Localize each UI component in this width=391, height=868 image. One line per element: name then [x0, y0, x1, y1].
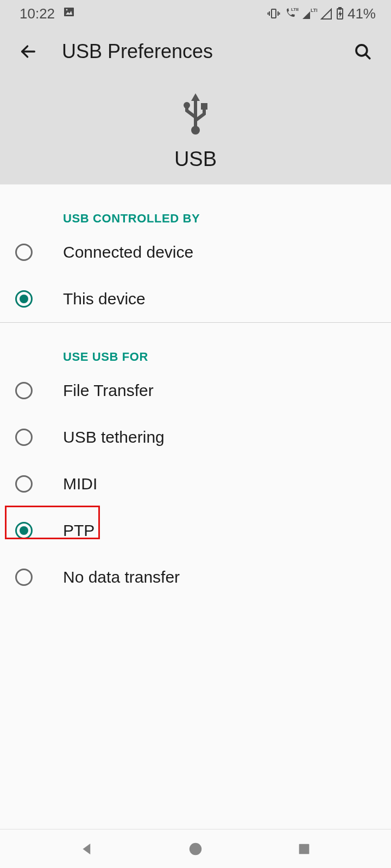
svg-rect-3: [272, 9, 276, 18]
radio-icon: [15, 522, 33, 539]
radio-icon: [15, 382, 33, 399]
page-title: USB Preferences: [62, 40, 329, 63]
vibrate-icon: [267, 7, 280, 20]
nav-back-button[interactable]: [76, 838, 98, 860]
signal-icon: [320, 7, 332, 20]
hero: USB: [0, 76, 391, 184]
battery-charging-icon: [336, 7, 344, 20]
radio-file-transfer[interactable]: File Transfer: [0, 367, 391, 414]
radio-icon: [15, 475, 33, 493]
radio-icon: [15, 429, 33, 446]
svg-text:LTE: LTE: [311, 8, 317, 13]
svg-point-21: [184, 102, 190, 108]
svg-rect-22: [201, 103, 207, 110]
radio-usb-tethering[interactable]: USB tethering: [0, 414, 391, 461]
radio-no-data-transfer[interactable]: No data transfer: [0, 554, 391, 601]
svg-line-17: [365, 54, 370, 59]
radio-label: USB tethering: [63, 428, 165, 446]
svg-rect-25: [299, 844, 310, 854]
radio-label: File Transfer: [63, 381, 154, 400]
svg-marker-14: [338, 10, 342, 18]
svg-rect-19: [194, 100, 197, 128]
nav-recent-button[interactable]: [293, 838, 315, 860]
radio-icon: [15, 244, 33, 261]
signal-lte-icon: LTE: [302, 7, 317, 20]
svg-point-2: [66, 9, 68, 10]
app-bar: USB Preferences: [0, 27, 391, 76]
section-header-use-usb-for: USE USB FOR: [0, 323, 391, 367]
radio-label: No data transfer: [63, 568, 180, 586]
radio-icon: [15, 569, 33, 586]
radio-midi[interactable]: MIDI: [0, 461, 391, 507]
radio-this-device[interactable]: This device: [0, 276, 391, 322]
battery-percent: 41%: [348, 5, 376, 22]
status-time: 10:22: [20, 5, 55, 22]
usb-icon: [180, 92, 211, 138]
svg-point-20: [191, 126, 200, 135]
svg-text:LTE: LTE: [291, 7, 299, 12]
svg-rect-0: [64, 8, 74, 16]
radio-icon: [15, 290, 33, 308]
svg-marker-9: [302, 11, 310, 19]
radio-connected-device[interactable]: Connected device: [0, 229, 391, 276]
navigation-bar: [0, 829, 391, 868]
search-button[interactable]: [351, 40, 375, 63]
hero-label: USB: [174, 148, 217, 171]
nav-home-button[interactable]: [185, 838, 206, 860]
svg-rect-13: [339, 8, 341, 9]
svg-point-24: [190, 843, 202, 855]
svg-marker-18: [191, 93, 200, 101]
radio-ptp[interactable]: PTP: [0, 507, 391, 554]
status-bar: 10:22 LTE LTE 41%: [0, 0, 391, 27]
radio-label: PTP: [63, 521, 94, 540]
radio-label: This device: [63, 290, 146, 308]
radio-label: MIDI: [63, 475, 97, 493]
volte-phone-icon: LTE: [283, 7, 299, 20]
back-button[interactable]: [16, 40, 40, 63]
section-header-controlled-by: USB CONTROLLED BY: [0, 184, 391, 229]
picture-icon: [62, 5, 75, 22]
radio-label: Connected device: [63, 243, 193, 261]
svg-marker-23: [83, 844, 91, 854]
svg-marker-11: [321, 9, 331, 19]
content: USB CONTROLLED BY Connected device This …: [0, 184, 391, 601]
